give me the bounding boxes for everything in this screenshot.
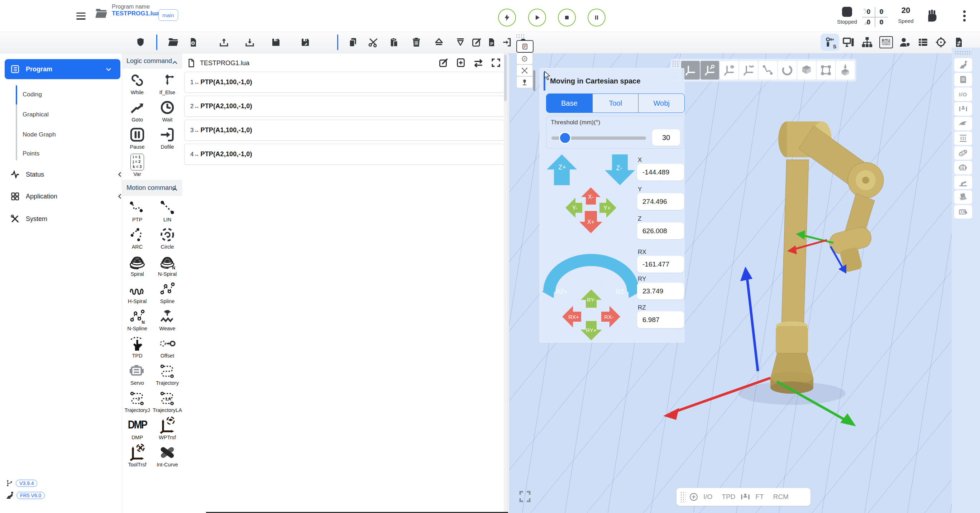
coord-rx-value[interactable]: -161.477: [637, 256, 684, 273]
safety-button[interactable]: [134, 36, 147, 49]
cmd-trajectory-la[interactable]: LATrajectoryLA: [152, 389, 182, 416]
bottom-rcm-button[interactable]: RCM: [768, 493, 793, 501]
cube-display-button[interactable]: [797, 61, 816, 79]
cmd-trajectory-j[interactable]: JTrajectoryJ: [122, 389, 152, 416]
split-divider[interactable]: [507, 53, 509, 513]
robot-models-button[interactable]: [954, 58, 972, 71]
cmd-trajectory[interactable]: Trajectory: [152, 362, 182, 389]
threshold-slider-knob[interactable]: [560, 133, 570, 143]
sidebar-item-status[interactable]: Status: [0, 166, 132, 183]
tab-base[interactable]: Base: [546, 94, 593, 113]
filter-button[interactable]: [454, 36, 467, 49]
cmd-n-spiral[interactable]: NN-Spiral: [152, 253, 182, 280]
cmd-spiral[interactable]: Spiral: [122, 253, 152, 280]
cmd-while[interactable]: While: [122, 71, 152, 98]
cmd-dofile[interactable]: Dofile: [152, 125, 182, 152]
wobj-frame-button[interactable]: [720, 61, 738, 79]
cmd-if-else[interactable]: If_Else: [152, 71, 182, 98]
jog-speed-button[interactable]: S: [821, 34, 839, 51]
bottom-bar-drag-handle[interactable]: [680, 491, 686, 502]
pause-button[interactable]: [588, 9, 606, 27]
coord-ry-value[interactable]: 23.749: [637, 283, 684, 300]
io-panel-button[interactable]: I/O: [954, 87, 972, 101]
sidebar-item-program[interactable]: Program: [5, 59, 120, 79]
cmd-arc[interactable]: ARC: [122, 226, 152, 253]
export-button[interactable]: [218, 36, 231, 49]
tool-frame-button[interactable]: [700, 61, 719, 79]
cmd-n-spline[interactable]: NN-Spline: [122, 307, 152, 334]
motor-panel-button[interactable]: [954, 161, 972, 175]
tab-wobj[interactable]: Wobj: [638, 94, 684, 113]
bottom-io-button[interactable]: I/O: [699, 493, 717, 501]
power-button[interactable]: [498, 9, 516, 27]
fullscreen-icon[interactable]: [490, 57, 501, 68]
left-strip-drag-handle[interactable]: [515, 34, 525, 39]
cmd-var[interactable]: i = 1 j = 2 k = 3 Var: [122, 152, 152, 180]
program-line[interactable]: 4↔PTP(A2,100,-1,0): [184, 144, 504, 165]
run-button[interactable]: [528, 9, 546, 27]
open-file-button[interactable]: [167, 36, 180, 49]
cmd-weave[interactable]: Weave: [152, 307, 182, 334]
viewport-3d[interactable]: Moving in Cartesian space Base Tool Wobj…: [509, 53, 980, 513]
web-version-badge[interactable]: V3.9.4: [16, 480, 37, 487]
cmd-tooltrsf[interactable]: ToolTrsf: [122, 443, 152, 470]
import-points-button[interactable]: [501, 36, 514, 49]
pin-tool-button[interactable]: [516, 76, 533, 88]
coord-y-value[interactable]: 274.496: [637, 193, 684, 210]
sidebar-item-application[interactable]: Application: [0, 188, 132, 205]
cmd-wait[interactable]: Wait: [152, 98, 182, 125]
stop-button[interactable]: [558, 9, 576, 27]
torch-panel-button[interactable]: [954, 117, 972, 130]
file-transfer-button[interactable]: [952, 36, 966, 49]
right-strip-drag-handle[interactable]: [955, 51, 972, 56]
cmd-lin[interactable]: LIN: [152, 198, 182, 226]
workspace-button[interactable]: [817, 61, 835, 79]
swap-lines-icon[interactable]: [473, 57, 484, 69]
bottom-tpd-button[interactable]: TPD: [717, 493, 740, 501]
robot-version-badge[interactable]: FR5 V6.0: [16, 492, 45, 499]
view-frame-button[interactable]: [518, 489, 532, 504]
cmd-circle[interactable]: Circle: [152, 226, 182, 253]
positioner-panel-button[interactable]: [954, 176, 972, 189]
save-as-button[interactable]: [299, 36, 312, 49]
coord-x-value[interactable]: -144.489: [637, 164, 684, 181]
bottom-ft-button[interactable]: FT: [751, 493, 768, 501]
gripper-frame-button[interactable]: [739, 61, 758, 79]
delete-button[interactable]: [410, 36, 423, 49]
bottom-gripper-icon[interactable]: [740, 491, 751, 502]
report-tool-button[interactable]: [516, 40, 533, 52]
counter-grid[interactable]: 0 0 0 0: [862, 7, 888, 27]
new-file-button[interactable]: [187, 36, 200, 49]
cmd-pause[interactable]: Pause: [122, 125, 152, 152]
sidebar-item-system[interactable]: System: [0, 211, 132, 227]
edit-program-icon[interactable]: [438, 57, 449, 68]
belt-panel-button[interactable]: [954, 146, 972, 160]
cmd-offset[interactable]: Offset: [152, 334, 182, 362]
modbus-rtu-button[interactable]: RTUmodbus: [879, 36, 893, 49]
cmd-wptrsf[interactable]: WPTrsf: [152, 416, 182, 443]
zoom-fit-icon[interactable]: [689, 492, 699, 502]
program-file-link[interactable]: TESTPROG1.lua: [112, 10, 159, 17]
network-button[interactable]: [860, 36, 874, 49]
laptop-panel-button[interactable]: [954, 190, 972, 204]
target-button[interactable]: [934, 36, 948, 49]
add-line-icon[interactable]: [455, 57, 466, 68]
menu-button[interactable]: [76, 11, 86, 21]
gripper-panel-button[interactable]: [954, 102, 972, 116]
cmd-tpd[interactable]: TPD: [122, 334, 152, 362]
coord-rz-value[interactable]: 6.987: [637, 311, 684, 328]
cmd-int-curve[interactable]: Int-Curve: [152, 443, 182, 470]
cmd-servo[interactable]: Servo: [122, 362, 152, 389]
logic-command-header[interactable]: Logic command: [122, 53, 182, 69]
paste-button[interactable]: [388, 36, 401, 49]
eject-button[interactable]: [433, 36, 445, 49]
left-strip-scrollbar[interactable]: [533, 70, 535, 91]
drag-teach-icon[interactable]: [924, 6, 940, 24]
coord-z-value[interactable]: 626.008: [637, 222, 684, 239]
path-display-button[interactable]: [759, 61, 777, 79]
copy-button[interactable]: [347, 36, 360, 49]
io-module-button[interactable]: [954, 205, 972, 219]
cmd-spline[interactable]: Spline: [152, 280, 182, 307]
tab-tool[interactable]: Tool: [593, 94, 639, 113]
jog-rz-arc[interactable]: [549, 260, 633, 292]
